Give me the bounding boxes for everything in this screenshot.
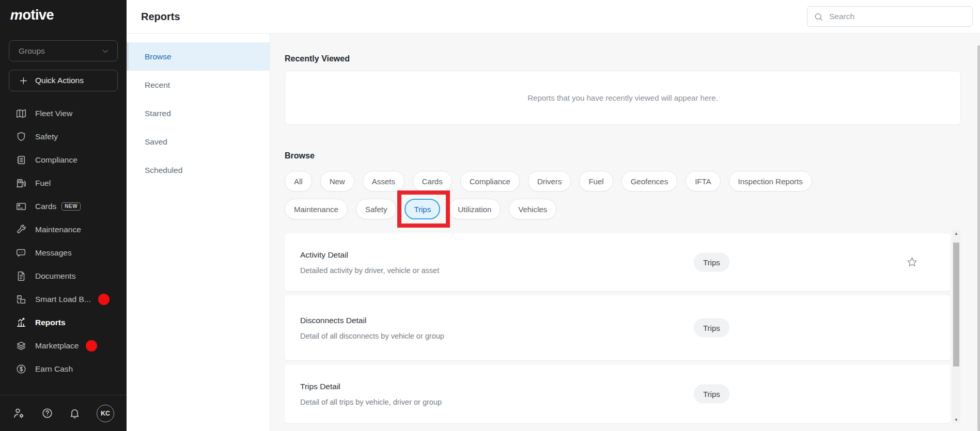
sidebar-item-documents[interactable]: Documents: [0, 264, 127, 288]
logbook-icon: [15, 154, 27, 166]
sidebar-item-label: Earn Cash: [35, 364, 73, 374]
search-icon: [814, 12, 823, 22]
report-row-disconnects-detail[interactable]: Disconnects DetailDetail of all disconne…: [285, 295, 951, 360]
sidebar-item-messages[interactable]: Messages: [0, 241, 127, 264]
subnav-item-recent[interactable]: Recent: [127, 71, 270, 99]
chat-icon: [15, 247, 27, 259]
sidebar-nav: Fleet ViewSafetyComplianceFuelCardsNEWMa…: [0, 102, 127, 380]
filter-chip-ifta[interactable]: IFTA: [686, 171, 720, 191]
sidebar-item-label: Documents: [35, 272, 75, 281]
subnav-item-scheduled[interactable]: Scheduled: [127, 156, 270, 184]
fuel-pump-icon: [15, 178, 27, 189]
user-avatar[interactable]: KC: [97, 405, 114, 422]
dollar-circle-icon: [15, 363, 27, 375]
report-title: Activity Detail: [300, 250, 935, 260]
report-description: Detailed activity by driver, vehicle or …: [300, 266, 935, 275]
star-icon[interactable]: [906, 256, 919, 269]
search-input[interactable]: [829, 12, 966, 21]
filter-chips-row-1: AllNewAssetsCardsComplianceDriversFuelGe…: [285, 171, 812, 191]
notification-dot: [86, 340, 97, 352]
filter-chip-drivers[interactable]: Drivers: [528, 171, 571, 191]
subnav-item-browse[interactable]: Browse: [127, 42, 270, 71]
filter-chip-inspection-reports[interactable]: Inspection Reports: [729, 171, 812, 191]
sidebar-item-label: Fuel: [35, 179, 51, 188]
filter-chip-compliance[interactable]: Compliance: [460, 171, 520, 191]
chevron-down-icon: [101, 46, 110, 56]
subnav-item-saved[interactable]: Saved: [127, 127, 270, 156]
list-scrollbar-thumb[interactable]: [953, 243, 959, 366]
content-area: Reports BrowseRecentStarredSavedSchedule…: [127, 0, 980, 431]
sidebar-item-label: Messages: [35, 248, 72, 258]
sidebar-item-label: Marketplace: [35, 341, 79, 350]
filter-chip-utilization[interactable]: Utilization: [448, 199, 501, 219]
sidebar-item-earn-cash[interactable]: Earn Cash: [0, 357, 127, 380]
shield-icon: [15, 131, 27, 142]
new-badge: NEW: [61, 202, 81, 211]
window-scrollbar-thumb[interactable]: [977, 45, 980, 431]
scroll-up-arrow-icon[interactable]: ▲: [952, 230, 960, 237]
search-box[interactable]: [807, 6, 973, 27]
app-window: motive Groups Quick Actions Fleet ViewSa…: [0, 0, 980, 431]
sidebar-item-label: Cards: [35, 202, 56, 211]
groups-select[interactable]: Groups: [9, 40, 118, 61]
browse-heading: Browse: [285, 151, 315, 161]
sidebar-item-fleet-view[interactable]: Fleet View: [0, 102, 127, 125]
report-row-activity-detail[interactable]: Activity DetailDetailed activity by driv…: [285, 233, 951, 291]
primary-sidebar: motive Groups Quick Actions Fleet ViewSa…: [0, 0, 127, 431]
list-scrollbar[interactable]: ▲ ▼: [952, 230, 960, 423]
help-icon[interactable]: [41, 407, 53, 419]
notifications-bell-icon[interactable]: [69, 407, 81, 419]
reports-main: Recently Viewed Reports that you have re…: [270, 34, 980, 431]
plus-icon: [19, 76, 28, 86]
sidebar-item-label: Fleet View: [35, 109, 72, 118]
scroll-down-arrow-icon[interactable]: ▼: [952, 416, 960, 423]
filter-chip-assets[interactable]: Assets: [363, 171, 405, 191]
chart-icon: [15, 317, 27, 328]
quick-actions-button[interactable]: Quick Actions: [9, 70, 118, 91]
report-description: Detail of all disconnects by vehicle or …: [300, 332, 935, 340]
document-icon: [15, 270, 27, 282]
filter-chip-new[interactable]: New: [320, 171, 354, 191]
filter-chip-fuel[interactable]: Fuel: [579, 171, 613, 191]
sidebar-item-safety[interactable]: Safety: [0, 125, 127, 148]
report-category-tag: Trips: [694, 253, 729, 272]
filter-chip-cards[interactable]: Cards: [413, 171, 452, 191]
report-row-trips-detail[interactable]: Trips DetailDetail of all trips by vehic…: [285, 364, 951, 423]
wrench-icon: [15, 224, 27, 235]
logo-text: otive: [23, 7, 54, 23]
admin-user-icon[interactable]: [12, 407, 25, 420]
sidebar-item-label: Safety: [35, 132, 58, 141]
page-title: Reports: [141, 11, 180, 23]
filter-chips-row-2: MaintenanceSafetyTripsUtilizationVehicle…: [285, 199, 556, 219]
report-title: Disconnects Detail: [300, 316, 935, 325]
sidebar-item-smart-load-b[interactable]: Smart Load B...: [0, 288, 127, 311]
credit-card-icon: [15, 201, 27, 212]
sidebar-item-maintenance[interactable]: Maintenance: [0, 218, 127, 241]
sidebar-item-reports[interactable]: Reports: [0, 311, 127, 334]
sidebar-item-compliance[interactable]: Compliance: [0, 148, 127, 171]
sidebar-footer: KC: [0, 395, 127, 431]
filter-chip-vehicles[interactable]: Vehicles: [509, 199, 556, 219]
sidebar-item-fuel[interactable]: Fuel: [0, 171, 127, 195]
filter-chip-safety[interactable]: Safety: [356, 199, 397, 219]
subnav-scrollbar-thumb[interactable]: [127, 42, 129, 71]
sidebar-item-marketplace[interactable]: Marketplace: [0, 334, 127, 357]
sidebar-item-label: Maintenance: [35, 225, 81, 234]
filter-chip-geofences[interactable]: Geofences: [621, 171, 678, 191]
report-title: Trips Detail: [300, 382, 935, 391]
recently-viewed-heading: Recently Viewed: [285, 54, 350, 63]
sidebar-item-label: Smart Load B...: [35, 295, 91, 304]
motive-logo[interactable]: motive: [0, 0, 127, 29]
map-icon: [15, 108, 27, 119]
subnav-item-starred[interactable]: Starred: [127, 99, 270, 127]
sidebar-item-label: Reports: [35, 318, 66, 327]
layers-icon: [15, 340, 27, 352]
top-header: Reports: [127, 0, 980, 34]
recently-viewed-empty-text: Reports that you have recently viewed wi…: [527, 93, 718, 102]
filter-chip-all[interactable]: All: [285, 171, 312, 191]
filter-chip-maintenance[interactable]: Maintenance: [285, 199, 348, 219]
sidebar-item-label: Compliance: [35, 155, 77, 165]
filter-chip-trips[interactable]: Trips: [405, 199, 440, 219]
groups-label: Groups: [19, 46, 45, 56]
sidebar-item-cards[interactable]: CardsNEW: [0, 195, 127, 218]
